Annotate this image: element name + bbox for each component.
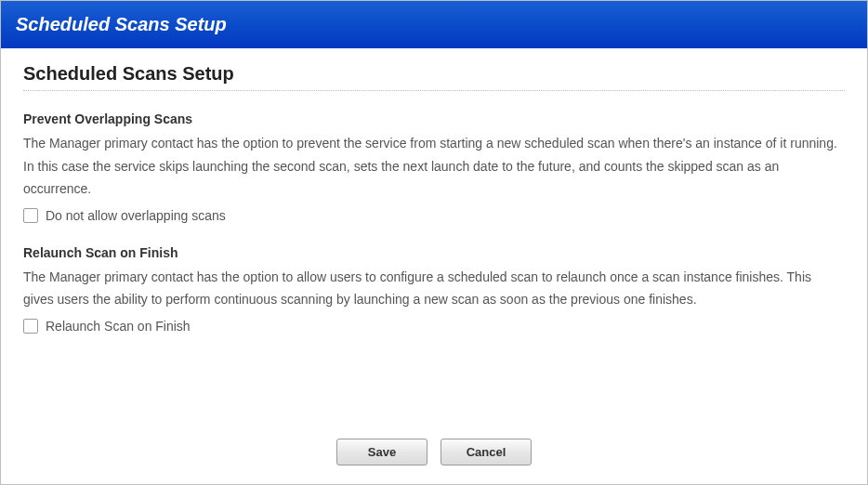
relaunch-checkbox-label: Relaunch Scan on Finish: [46, 319, 191, 334]
page-heading: Scheduled Scans Setup: [23, 63, 845, 85]
heading-divider: [23, 90, 845, 91]
prevent-overlap-title: Prevent Overlapping Scans: [23, 111, 845, 126]
relaunch-description: The Manager primary contact has the opti…: [23, 266, 845, 311]
cancel-button[interactable]: Cancel: [441, 439, 532, 465]
prevent-overlap-checkbox-label: Do not allow overlapping scans: [46, 208, 226, 223]
prevent-overlap-description: The Manager primary contact has the opti…: [23, 132, 845, 201]
window-title: Scheduled Scans Setup: [16, 14, 227, 34]
content-area: Scheduled Scans Setup Prevent Overlappin…: [1, 48, 867, 422]
prevent-overlap-checkbox[interactable]: [23, 208, 38, 223]
relaunch-checkbox-row[interactable]: Relaunch Scan on Finish: [23, 319, 845, 334]
prevent-overlap-section: Prevent Overlapping Scans The Manager pr…: [23, 111, 845, 223]
footer-button-bar: Save Cancel: [1, 422, 867, 484]
prevent-overlap-checkbox-row[interactable]: Do not allow overlapping scans: [23, 208, 845, 223]
window-titlebar: Scheduled Scans Setup: [1, 1, 867, 48]
scheduled-scans-window: Scheduled Scans Setup Scheduled Scans Se…: [0, 0, 868, 485]
save-button[interactable]: Save: [336, 439, 427, 465]
relaunch-section: Relaunch Scan on Finish The Manager prim…: [23, 245, 845, 334]
relaunch-title: Relaunch Scan on Finish: [23, 245, 845, 260]
relaunch-checkbox[interactable]: [23, 319, 38, 334]
